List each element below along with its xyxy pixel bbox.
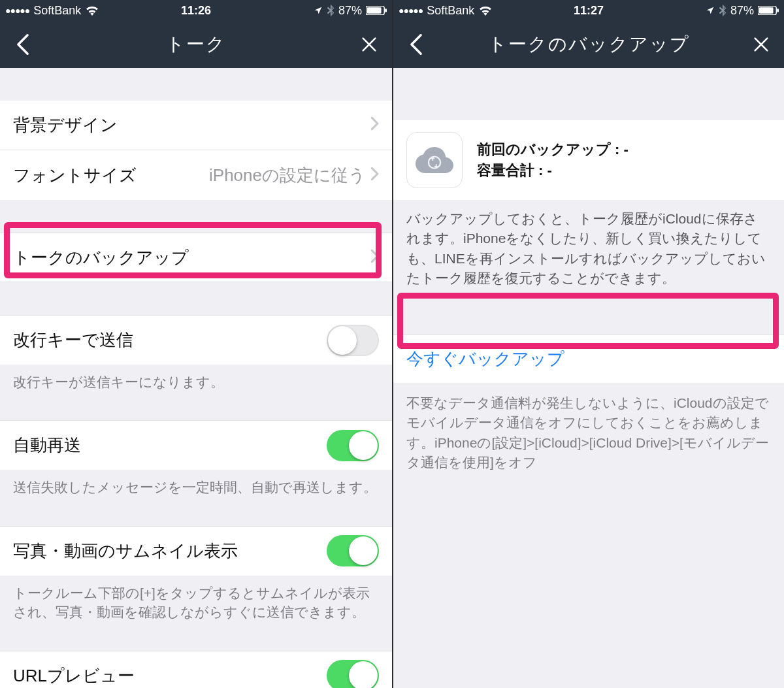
row-enter-send: 改行キーで送信 xyxy=(0,315,392,365)
carrier-label: SoftBank xyxy=(427,4,474,18)
row-label: 自動再送 xyxy=(13,434,327,457)
nav-bar: トークのバックアップ xyxy=(393,21,784,68)
svg-rect-1 xyxy=(367,7,382,13)
backup-description: バックアップしておくと、トーク履歴がiCloudに保存されます。iPhoneをな… xyxy=(393,200,784,289)
signal-dots-icon: ●●●●● xyxy=(5,5,29,16)
row-font-size[interactable]: フォントサイズ iPhoneの設定に従う xyxy=(0,150,392,200)
backup-now-label: 今すぐバックアップ xyxy=(406,348,564,370)
screen-talk-settings: ●●●●● SoftBank 11:26 87% トーク xyxy=(0,0,392,688)
row-url-preview: URLプレビュー xyxy=(0,651,392,688)
row-background-design[interactable]: 背景デザイン xyxy=(0,101,392,150)
back-button[interactable] xyxy=(12,33,34,56)
location-icon xyxy=(706,6,715,15)
row-footer: 改行キーが送信キーになります。 xyxy=(0,365,392,391)
row-label: 背景デザイン xyxy=(13,114,370,137)
wifi-icon xyxy=(85,5,99,16)
page-title: トークのバックアップ xyxy=(427,32,750,57)
toggle-auto-resend[interactable] xyxy=(327,430,379,461)
row-talk-backup[interactable]: トークのバックアップ xyxy=(0,233,392,282)
battery-icon xyxy=(366,6,387,15)
chevron-right-icon xyxy=(370,248,379,268)
carrier-label: SoftBank xyxy=(33,4,81,18)
total-size-label: 容量合計 : - xyxy=(477,160,629,181)
battery-percent: 87% xyxy=(338,4,362,18)
row-label: 写真・動画のサムネイル表示 xyxy=(13,540,327,563)
row-value: iPhoneの設定に従う xyxy=(209,164,366,187)
toggle-enter-send[interactable] xyxy=(327,325,379,356)
bluetooth-icon xyxy=(719,5,727,16)
battery-icon xyxy=(758,6,779,15)
battery-percent: 87% xyxy=(730,4,754,18)
svg-rect-4 xyxy=(759,7,774,13)
screen-backup: ●●●●● SoftBank 11:27 87% トークのバックアップ xyxy=(392,0,784,688)
row-thumbnail-display: 写真・動画のサムネイル表示 xyxy=(0,526,392,576)
close-button[interactable] xyxy=(750,33,772,56)
status-bar: ●●●●● SoftBank 11:27 87% xyxy=(393,0,784,21)
page-title: トーク xyxy=(34,32,358,57)
chevron-right-icon xyxy=(370,165,379,186)
row-label: フォントサイズ xyxy=(13,164,209,187)
svg-rect-2 xyxy=(385,8,387,12)
close-button[interactable] xyxy=(358,33,380,56)
backup-now-button[interactable]: 今すぐバックアップ xyxy=(393,335,784,384)
bluetooth-icon xyxy=(327,5,335,16)
signal-dots-icon: ●●●●● xyxy=(399,5,423,16)
location-icon xyxy=(314,6,323,15)
row-label: トークのバックアップ xyxy=(13,246,370,269)
back-button[interactable] xyxy=(405,33,427,56)
cloud-sync-icon xyxy=(406,132,463,188)
backup-status-card: 前回のバックアップ : - 容量合計 : - xyxy=(393,120,784,200)
row-footer: 送信失敗したメッセージを一定時間、自動で再送します。 xyxy=(0,470,392,497)
wifi-icon xyxy=(478,5,493,16)
svg-rect-5 xyxy=(777,8,779,12)
last-backup-label: 前回のバックアップ : - xyxy=(477,139,629,160)
chevron-right-icon xyxy=(370,115,379,135)
toggle-url-preview[interactable] xyxy=(327,660,379,688)
backup-note: 不要なデータ通信料が発生しないように、iCloudの設定でモバイルデータ通信をオ… xyxy=(393,384,784,473)
row-footer: トークルーム下部の[+]をタップするとサムネイルが表示され、写真・動画を確認しな… xyxy=(0,576,392,622)
row-auto-resend: 自動再送 xyxy=(0,420,392,470)
nav-bar: トーク xyxy=(0,21,392,68)
toggle-thumbnail[interactable] xyxy=(327,535,379,566)
row-label: URLプレビュー xyxy=(13,664,327,687)
status-bar: ●●●●● SoftBank 11:26 87% xyxy=(0,0,392,21)
row-label: 改行キーで送信 xyxy=(13,329,327,352)
